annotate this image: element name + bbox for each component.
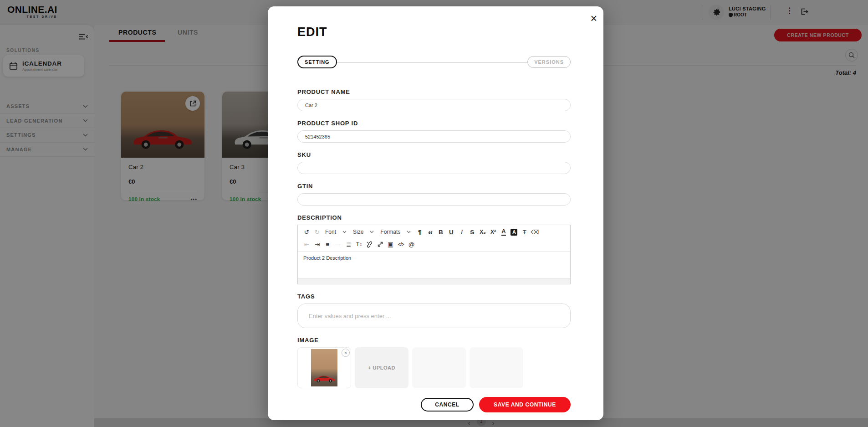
product-shop-id-input[interactable] <box>297 130 571 143</box>
horizontal-rule-icon[interactable]: — <box>333 239 343 250</box>
line-height-icon[interactable]: T↕ <box>354 239 364 250</box>
sku-input[interactable] <box>297 162 571 174</box>
product-shop-id-field-group: PRODUCT SHOP ID <box>297 120 571 143</box>
mention-icon[interactable]: @ <box>406 239 417 250</box>
modal-title: EDIT <box>297 25 571 39</box>
clear-formatting-icon[interactable]: ⌫ <box>530 226 540 237</box>
source-code-icon[interactable]: </> <box>396 239 406 250</box>
product-name-field-group: PRODUCT NAME <box>297 88 571 111</box>
redo-icon[interactable]: ↻ <box>312 226 322 237</box>
sku-field-group: SKU <box>297 151 571 174</box>
highlight-color-icon[interactable]: A <box>509 226 519 237</box>
description-textarea[interactable]: Product 2 Description <box>298 252 570 278</box>
description-field-group: DESCRIPTION ↺ ↻ Font Size Formats ¶ “ <box>297 214 571 284</box>
empty-image-slot <box>412 347 466 388</box>
superscript-icon[interactable]: X² <box>488 226 498 237</box>
subscript-icon[interactable]: X₂ <box>477 226 488 237</box>
rich-text-editor: ↺ ↻ Font Size Formats ¶ “ B U I <box>297 225 571 284</box>
product-name-input[interactable] <box>297 99 571 111</box>
blockquote-icon[interactable]: “ <box>425 226 435 237</box>
upload-image-button[interactable]: + UPLOAD <box>355 347 408 388</box>
font-select[interactable]: Font <box>322 226 350 237</box>
size-select[interactable]: Size <box>350 226 378 237</box>
description-label: DESCRIPTION <box>297 214 571 221</box>
product-name-label: PRODUCT NAME <box>297 88 571 95</box>
cancel-button[interactable]: CANCEL <box>421 398 474 412</box>
indent-icon[interactable]: ⇥ <box>312 239 322 250</box>
gtin-input[interactable] <box>297 193 571 206</box>
sku-label: SKU <box>297 151 571 158</box>
stepper-line <box>337 62 527 62</box>
step-versions[interactable]: VERSIONS <box>527 56 571 68</box>
chevron-down-icon <box>342 231 347 233</box>
formats-select[interactable]: Formats <box>378 226 414 237</box>
wizard-stepper: SETTING VERSIONS <box>297 56 571 68</box>
empty-image-slot <box>470 347 523 388</box>
gtin-label: GTIN <box>297 183 571 190</box>
strikethrough-icon[interactable]: S <box>467 226 477 237</box>
ordered-list-icon[interactable]: ≣ <box>343 239 354 250</box>
paragraph-icon[interactable]: ¶ <box>414 226 425 237</box>
red-car-thumbnail <box>312 371 337 384</box>
product-shop-id-label: PRODUCT SHOP ID <box>297 120 571 127</box>
chevron-down-icon <box>370 231 374 233</box>
align-left-icon[interactable]: ≡ <box>322 239 333 250</box>
product-image-thumbnail <box>311 349 337 386</box>
insert-link-icon[interactable] <box>364 239 375 250</box>
image-field-group: IMAGE × + UPLOAD <box>297 337 571 388</box>
save-and-continue-button[interactable]: SAVE AND CONTINUE <box>479 397 571 412</box>
outdent-icon[interactable]: ⇤ <box>301 239 312 250</box>
undo-icon[interactable]: ↺ <box>301 226 312 237</box>
modal-actions: CANCEL SAVE AND CONTINUE <box>297 397 571 412</box>
image-label: IMAGE <box>297 337 571 344</box>
underline-icon[interactable]: U <box>446 226 456 237</box>
close-icon[interactable]: × <box>590 13 597 24</box>
tags-input[interactable] <box>297 304 571 328</box>
step-setting[interactable]: SETTING <box>297 56 337 68</box>
edit-product-modal: × EDIT SETTING VERSIONS PRODUCT NAME PRO… <box>268 6 603 420</box>
tags-label: TAGS <box>297 293 571 300</box>
gtin-field-group: GTIN <box>297 183 571 206</box>
editor-toolbar-row-2: ⇤ ⇥ ≡ — ≣ T↕ ▣ </> @ <box>298 237 570 252</box>
bold-icon[interactable]: B <box>435 226 446 237</box>
italic-icon[interactable]: I <box>456 226 467 237</box>
editor-toolbar-row-1: ↺ ↻ Font Size Formats ¶ “ B U I <box>298 225 570 237</box>
fullscreen-icon[interactable] <box>375 239 385 250</box>
insert-image-icon[interactable]: ▣ <box>385 239 396 250</box>
text-color-icon[interactable]: A <box>498 226 509 237</box>
tags-field-group: TAGS <box>297 293 571 328</box>
image-thumbnail-tile: × <box>297 347 351 388</box>
remove-image-icon[interactable]: × <box>342 349 350 357</box>
editor-status-bar <box>298 278 570 284</box>
chevron-down-icon <box>407 231 411 233</box>
title-strike-icon[interactable]: Ŧ <box>519 226 530 237</box>
